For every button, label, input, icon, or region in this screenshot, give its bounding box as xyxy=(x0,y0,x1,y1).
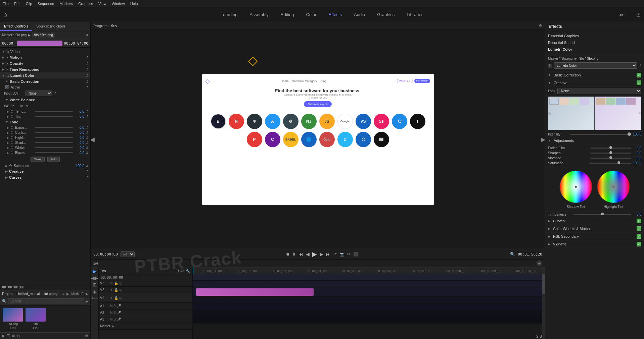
v1-lock-icon[interactable]: 🔒 xyxy=(114,296,118,300)
tab-color[interactable]: Color xyxy=(301,10,322,19)
wb-pencil-icon[interactable]: ✎ xyxy=(26,104,29,108)
thumbnail-item-1[interactable]: 9to.png 4;29 xyxy=(3,308,23,330)
media-more-icon[interactable]: ▶ xyxy=(86,292,88,296)
fit-dropdown[interactable]: Fit xyxy=(121,251,135,257)
motion-section[interactable]: ▶ fx Motion ↺ xyxy=(0,54,90,60)
more-workspaces-button[interactable]: ≫ xyxy=(619,12,624,17)
exp-reset[interactable]: ↺ xyxy=(86,126,88,129)
temp-stopwatch-icon[interactable]: ⏱ xyxy=(10,110,14,113)
basic-correction-section[interactable]: ▼ Basic Correction ↺ xyxy=(0,78,90,84)
right-curves-checkbox[interactable]: ✓ xyxy=(637,219,641,223)
project-search-input[interactable] xyxy=(8,298,84,304)
step-frame-forward-button[interactable]: ▶ xyxy=(320,251,323,257)
right-vignette-row[interactable]: ▶ Vignette ✓ xyxy=(545,240,644,248)
v3-lock-icon[interactable]: 🔒 xyxy=(114,281,118,285)
timeline-scrollbar-thumb[interactable] xyxy=(542,274,545,294)
time-remapping-section[interactable]: ▶ fx Time Remapping ↺ xyxy=(0,66,90,72)
v1-target-icon[interactable]: ◎ xyxy=(119,296,122,300)
a3-solo-icon[interactable]: S xyxy=(113,318,116,321)
timeline-scrollbar[interactable] xyxy=(542,267,545,339)
tint-stopwatch-icon[interactable]: ⏱ xyxy=(10,115,14,118)
menu-file[interactable]: File xyxy=(3,2,9,6)
add-button[interactable]: + xyxy=(536,260,542,266)
right-vignette-checkbox[interactable]: ✓ xyxy=(637,242,641,246)
v2-eye-icon[interactable]: 👁 xyxy=(110,288,113,292)
cont-reset[interactable]: ↺ xyxy=(86,131,88,134)
search-go-icon[interactable]: ▶ xyxy=(86,299,88,303)
menu-view[interactable]: View xyxy=(98,2,106,6)
reset-button[interactable]: Reset xyxy=(31,157,45,162)
loop-button[interactable]: ⟳ xyxy=(333,252,337,257)
active-checkbox[interactable] xyxy=(5,85,9,89)
project-play-icon[interactable]: ▶ xyxy=(2,334,5,338)
a3-mute-icon[interactable]: M xyxy=(110,318,112,321)
opacity-reset[interactable]: ↺ xyxy=(86,62,88,65)
master-expand-icon[interactable]: ▶ xyxy=(112,324,114,328)
active-reset[interactable]: ↺ xyxy=(86,86,88,89)
lumetri-color-header[interactable]: ▼ fx Lumetri Color ↺ xyxy=(0,72,90,78)
menu-markers[interactable]: Markers xyxy=(59,2,73,6)
timeline-marker-tool[interactable]: ◈ xyxy=(93,289,96,294)
stop-button[interactable]: ■ xyxy=(286,251,289,257)
project-menu-icon[interactable]: ≡ xyxy=(62,292,64,296)
menu-sequence[interactable]: Sequence xyxy=(38,2,54,6)
camera-button[interactable]: 📷 xyxy=(339,252,344,257)
menu-graphics[interactable]: Graphics xyxy=(78,2,93,6)
tl-filter-icon[interactable]: ⊟ xyxy=(176,269,179,273)
timeline-select-tool[interactable]: ▶ xyxy=(93,269,96,274)
source-tab[interactable]: Source: (no clips) xyxy=(32,22,69,31)
right-creative-row[interactable]: ▼ Creative ✓ xyxy=(545,79,644,87)
cont-stopwatch-icon[interactable]: ⏱ xyxy=(10,131,14,134)
right-lumetri-reset[interactable]: ↺ xyxy=(639,64,641,67)
a2-mute-icon[interactable]: M xyxy=(110,311,112,315)
input-lut-select[interactable]: None xyxy=(26,91,52,96)
right-curves-row[interactable]: ▶ Curves ✓ xyxy=(545,217,644,225)
lut-reset[interactable]: ↺ xyxy=(54,92,56,95)
program-settings-icon[interactable]: ⚙ xyxy=(539,23,542,28)
master-track[interactable] xyxy=(193,317,545,324)
project-freeform-icon[interactable]: ⊡ xyxy=(17,334,20,338)
blacks-slider[interactable] xyxy=(35,152,73,153)
export-button[interactable]: ⬛ xyxy=(353,252,358,257)
auto-button[interactable]: Auto xyxy=(47,157,60,162)
sharpen-slider[interactable] xyxy=(591,153,631,154)
tint-slider[interactable] xyxy=(35,116,73,117)
shad-stopwatch-icon[interactable]: ⏱ xyxy=(10,141,14,145)
menu-help[interactable]: Help xyxy=(130,2,138,6)
right-basic-correction-checkbox[interactable]: ✓ xyxy=(637,73,641,77)
tint-reset[interactable]: ↺ xyxy=(86,115,88,118)
look-thumb-6[interactable] xyxy=(606,98,615,105)
right-nav-arrow[interactable]: ▶ xyxy=(542,30,545,249)
whites-slider[interactable] xyxy=(35,147,73,148)
tl-wrench-icon[interactable]: 🔧 xyxy=(185,269,190,273)
step-frame-back-button[interactable]: ◀ xyxy=(306,251,310,257)
white-balance-section[interactable]: ▼ White Balance xyxy=(0,97,90,103)
maximize-icon[interactable]: ⊡ xyxy=(636,11,641,18)
temperature-slider[interactable] xyxy=(35,111,73,112)
timeline-in-out-tool[interactable]: ⟵ xyxy=(91,295,98,301)
video-track-v1[interactable] xyxy=(193,287,545,297)
tab-editing[interactable]: Editing xyxy=(275,10,300,19)
curves-reset[interactable]: ↺ xyxy=(86,176,88,179)
rewind-button[interactable]: ⏮ xyxy=(298,251,303,257)
essential-graphics-item[interactable]: Essential Graphics xyxy=(548,33,641,39)
reset-icon[interactable]: ↺ xyxy=(86,33,88,37)
timeline-zoom-in-tool[interactable]: ⊞ xyxy=(93,282,97,287)
look-nav-left-icon[interactable]: ‹ xyxy=(549,110,550,116)
creative-reset[interactable]: ↺ xyxy=(86,170,88,173)
video-expand-icon[interactable]: ▼ xyxy=(2,50,5,53)
zoom-icon[interactable]: 🔍 xyxy=(510,252,515,257)
creative-section[interactable]: ▶ Creative ↺ xyxy=(0,168,90,174)
audio-track-a1[interactable] xyxy=(193,297,545,303)
faded-film-slider[interactable] xyxy=(591,148,631,149)
shadow-tint-wheel[interactable] xyxy=(559,170,593,204)
audio-track-a2[interactable] xyxy=(193,303,545,310)
right-lumetri-select[interactable]: Lumetri Color xyxy=(554,62,637,69)
lumetri-color-item[interactable]: Lumetri Color xyxy=(548,46,641,53)
play-button[interactable]: ▶ xyxy=(312,250,317,258)
highlights-slider[interactable] xyxy=(35,137,73,138)
look-thumb-2[interactable] xyxy=(559,98,569,105)
high-stopwatch-icon[interactable]: ⏱ xyxy=(10,136,14,139)
project-settings-icon[interactable]: ⚙ xyxy=(85,334,88,338)
wb-dropper-icon[interactable]: ⊕ xyxy=(20,104,23,108)
